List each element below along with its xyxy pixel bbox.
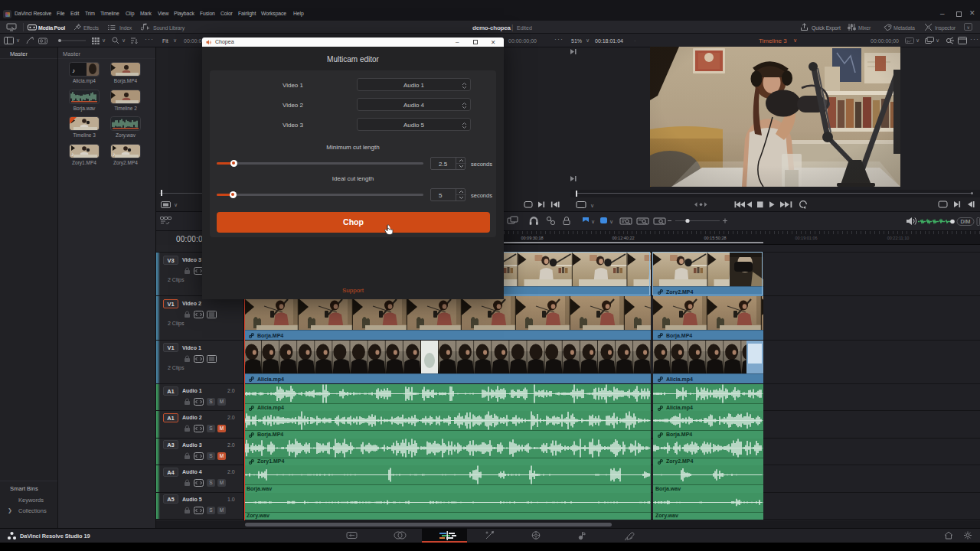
svg-text:♪: ♪ xyxy=(71,152,74,157)
svg-text:∨: ∨ xyxy=(591,219,595,224)
svg-text:♪: ♪ xyxy=(113,152,116,157)
svg-text:∨: ∨ xyxy=(609,219,613,224)
svg-text:DIM: DIM xyxy=(961,219,971,224)
svg-text:∨: ∨ xyxy=(590,203,594,208)
svg-text:♪: ♪ xyxy=(72,67,75,74)
